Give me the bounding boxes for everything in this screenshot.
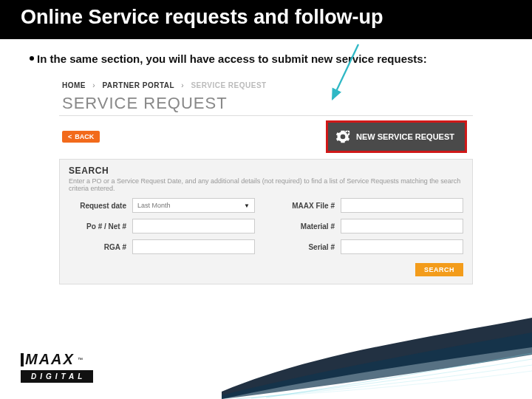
rga-input[interactable] xyxy=(132,239,255,254)
logo: MAAX ™ DIGITAL xyxy=(21,351,93,383)
slide: Online Service requests and follow-up In… xyxy=(0,0,532,399)
decorative-wave-icon xyxy=(222,310,532,399)
field-material: Material # xyxy=(277,219,463,233)
bullet-dot-icon xyxy=(30,56,34,61)
maax-logo: MAAX ™ xyxy=(21,351,93,368)
request-date-value: Last Month xyxy=(137,202,171,209)
new-service-request-label: NEW SERVICE REQUEST xyxy=(356,132,454,141)
new-service-request-button[interactable]: NEW SERVICE REQUEST xyxy=(326,120,467,153)
field-serial: Serial # xyxy=(277,239,463,254)
maax-file-input[interactable] xyxy=(341,198,463,213)
label-po-net: Po # / Net # xyxy=(69,222,126,231)
field-po-net: Po # / Net # xyxy=(69,219,255,233)
bullet-content: In the same section, you will have acces… xyxy=(37,52,427,65)
search-panel: SEARCH Enter a PO or a Service Request D… xyxy=(59,159,473,284)
field-request-date: Request date Last Month ▼ xyxy=(69,198,255,213)
search-button-row: SEARCH xyxy=(69,254,463,276)
request-date-select[interactable]: Last Month ▼ xyxy=(132,198,255,213)
po-net-input[interactable] xyxy=(132,219,255,233)
label-maax-file: MAAX File # xyxy=(277,202,335,210)
logo-bar-icon xyxy=(21,353,24,366)
field-rga: RGA # xyxy=(69,239,255,254)
serial-input[interactable] xyxy=(341,239,463,254)
chevron-left-icon: < xyxy=(68,133,72,140)
page-title: SERVICE REQUEST xyxy=(59,92,473,116)
material-input[interactable] xyxy=(341,219,463,233)
breadcrumb-separator: › xyxy=(88,81,100,89)
back-button[interactable]: < BACK xyxy=(62,131,100,143)
search-panel-title: SEARCH xyxy=(69,166,463,177)
logo-subbrand: DIGITAL xyxy=(21,370,93,383)
breadcrumb: HOME › PARTNER PORTAL › SERVICE REQUEST xyxy=(59,78,473,92)
gear-icon xyxy=(335,129,350,144)
chevron-down-icon: ▼ xyxy=(244,202,250,209)
breadcrumb-separator: › xyxy=(177,81,188,89)
trademark-icon: ™ xyxy=(78,357,83,362)
field-maax-file: MAAX File # xyxy=(277,198,463,213)
label-material: Material # xyxy=(277,222,335,231)
breadcrumb-partner-portal[interactable]: PARTNER PORTAL xyxy=(102,81,174,89)
bullet-text: In the same section, you will have acces… xyxy=(0,39,532,72)
controls-row: < BACK NEW SERVICE REQUEST xyxy=(59,116,473,159)
logo-brand: MAAX xyxy=(25,351,75,368)
breadcrumb-home[interactable]: HOME xyxy=(62,81,86,89)
back-button-label: BACK xyxy=(75,133,94,140)
search-button[interactable]: SEARCH xyxy=(415,263,463,276)
label-request-date: Request date xyxy=(69,202,126,210)
search-form: Request date Last Month ▼ MAAX File # Po… xyxy=(69,198,463,254)
search-panel-description: Enter a PO or a Service Request Date, an… xyxy=(69,177,463,198)
embedded-screenshot: HOME › PARTNER PORTAL › SERVICE REQUEST … xyxy=(59,78,473,284)
label-rga: RGA # xyxy=(69,243,126,251)
slide-title-bar: Online Service requests and follow-up xyxy=(0,0,532,39)
slide-title: Online Service requests and follow-up xyxy=(21,6,511,29)
footer-logo: MAAX ™ DIGITAL xyxy=(21,351,93,383)
breadcrumb-current: SERVICE REQUEST xyxy=(191,81,266,89)
label-serial: Serial # xyxy=(277,243,335,251)
